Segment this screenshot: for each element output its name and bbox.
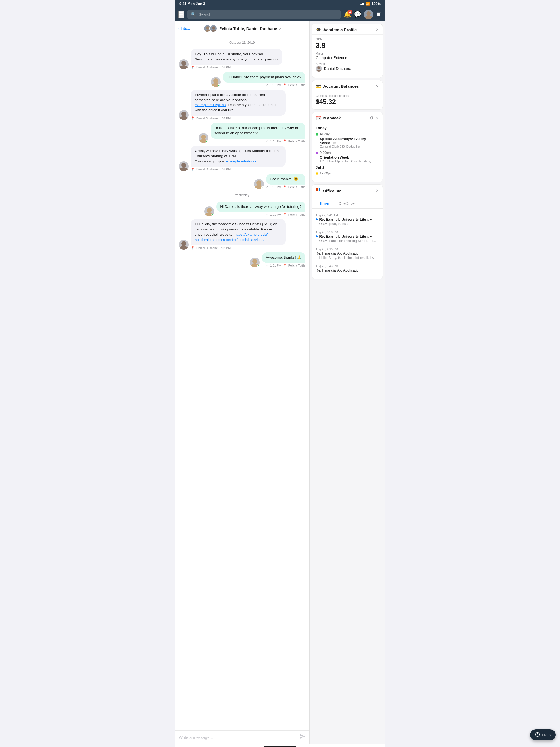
widget-body: Email OneDrive Aug 27, 8:41 AM Re: Examp… bbox=[312, 196, 383, 279]
message-row: Got it, thanks! 🙂 ✓ 1:01 PM 📍 Felicia Tu… bbox=[179, 174, 305, 189]
email-subject: Re: Example University Library bbox=[320, 217, 372, 222]
send-button[interactable] bbox=[299, 733, 305, 741]
week-header-actions: ⚙ × bbox=[370, 115, 379, 121]
message-meta: 📍 Daniel Dushane 1:08 PM bbox=[191, 117, 286, 120]
advisor-field: Advisor Daniel Dushane bbox=[316, 62, 379, 72]
message-row: I'd like to take a tour of campus, is th… bbox=[179, 123, 305, 143]
widget-title: 🎓 Academic Profile bbox=[316, 27, 357, 32]
advisor-row: Daniel Dushane bbox=[316, 66, 379, 72]
tours-link[interactable]: example.edu/tours bbox=[226, 159, 256, 163]
week-event: 9:00am Orientation Week 1015 Philadelphi… bbox=[316, 151, 379, 163]
event-time: 9:00am bbox=[320, 151, 331, 155]
notification-button[interactable]: 🔔 3 bbox=[344, 11, 351, 18]
asc-link[interactable]: https://example.edu/academic-success-cen… bbox=[195, 232, 268, 242]
svg-rect-26 bbox=[316, 189, 318, 191]
message-content: I'd like to take a tour of campus, is th… bbox=[210, 123, 305, 143]
message-time: 1:01 PM bbox=[270, 213, 281, 216]
my-week-close-button[interactable]: × bbox=[376, 115, 379, 121]
svg-point-0 bbox=[366, 11, 371, 15]
online-indicator bbox=[211, 213, 214, 216]
location-icon: 📍 bbox=[283, 213, 287, 216]
tab-onedrive[interactable]: OneDrive bbox=[334, 199, 359, 208]
account-balances-widget: 💳 Account Balances × Campus account bala… bbox=[312, 80, 383, 110]
widget-header: 💳 Account Balances × bbox=[312, 80, 383, 91]
event-location: Edmund Clark 280, Dodge Hall bbox=[316, 145, 379, 148]
plans-link[interactable]: example.edu/plans bbox=[195, 103, 226, 107]
message-content: Hey! This is Daniel Dushane, your adviso… bbox=[191, 49, 282, 69]
back-button[interactable]: ‹ Inbox bbox=[178, 26, 190, 31]
message-row: Payment plans are available for the curr… bbox=[179, 90, 305, 120]
office365-close-button[interactable]: × bbox=[376, 188, 379, 193]
signal-icon bbox=[360, 2, 364, 5]
location-icon: 📍 bbox=[283, 264, 287, 267]
message-time: 1:01 PM bbox=[270, 185, 281, 189]
email-date: Aug 27, 8:41 AM bbox=[316, 213, 379, 217]
messages-area[interactable]: October 21, 2019 Hey! This is Daniel Dus… bbox=[175, 36, 309, 730]
location-icon: 📍 bbox=[191, 66, 195, 69]
message-bubble: Hi Daniel. Are there payment plans avail… bbox=[223, 72, 305, 83]
email-preview: Okay, great, thanks. bbox=[316, 222, 379, 226]
user-avatar-online bbox=[250, 258, 260, 267]
account-balances-close-button[interactable]: × bbox=[376, 84, 379, 89]
sender-name: Daniel Dushane bbox=[196, 168, 218, 171]
svg-point-11 bbox=[180, 116, 187, 120]
message-row: Awesome, thanks! 🙏 ✓ 1:01 PM 📍 Felicia T… bbox=[179, 252, 305, 267]
academic-profile-widget: 🎓 Academic Profile × GPA 3.9 Major Compu… bbox=[312, 24, 383, 78]
svg-point-5 bbox=[211, 30, 217, 32]
location-icon: 📍 bbox=[283, 185, 287, 189]
email-list: Aug 27, 8:41 AM Re: Example University L… bbox=[316, 211, 379, 275]
message-meta: 📍 Daniel Dushane 1:08 PM bbox=[191, 168, 286, 171]
chat-button[interactable]: 💬 bbox=[354, 11, 361, 18]
message-time: 1:01 PM bbox=[270, 83, 281, 87]
message-time: 1:08 PM bbox=[219, 117, 230, 120]
sender-name: Daniel Dushane bbox=[196, 247, 218, 250]
email-item[interactable]: Aug 27, 8:41 AM Re: Example University L… bbox=[316, 211, 379, 228]
message-meta: 📍 Daniel Dushane 1:08 PM bbox=[191, 246, 286, 250]
gpa-label: GPA bbox=[316, 37, 379, 41]
search-input[interactable] bbox=[199, 12, 337, 17]
event-time: All day bbox=[320, 132, 330, 136]
search-bar[interactable]: 🔍 bbox=[187, 9, 341, 19]
message-row: Great, we have daily walking tours Monda… bbox=[179, 146, 305, 171]
event-title: Special Assembly/Advisory Schedule bbox=[316, 137, 379, 145]
chat-avatars bbox=[203, 25, 217, 32]
widget-title: 💳 Account Balances bbox=[316, 84, 359, 89]
message-content: Got it, thanks! 🙂 ✓ 1:01 PM 📍 Felicia Tu… bbox=[266, 174, 305, 189]
advisor-avatar-2 bbox=[179, 110, 189, 120]
widget-title: 📅 My Week bbox=[316, 115, 341, 121]
o365-tabs: Email OneDrive bbox=[312, 199, 383, 209]
status-time: 9:41 Mon Jun 3 bbox=[179, 2, 205, 6]
tab-email[interactable]: Email bbox=[316, 199, 334, 208]
message-input[interactable] bbox=[179, 735, 297, 740]
online-indicator bbox=[218, 84, 221, 87]
chat-participants: Felicia Tuttle, Daniel Dushane › bbox=[203, 25, 281, 32]
sender-name: Felicia Tuttle bbox=[288, 185, 305, 189]
academic-icon: 🎓 bbox=[316, 27, 321, 32]
message-input-area bbox=[175, 730, 309, 744]
advisor-name: Daniel Dushane bbox=[324, 67, 351, 71]
location-icon: 📍 bbox=[191, 117, 195, 120]
status-bar: 9:41 Mon Jun 3 📶 100% bbox=[175, 0, 385, 7]
balance-icon: 💳 bbox=[316, 84, 321, 89]
location-icon: 📍 bbox=[283, 83, 287, 87]
check-icon: ✓ bbox=[266, 83, 269, 87]
email-item[interactable]: Aug 25, 1:43 PM Re: Financial Aid Applic… bbox=[316, 262, 379, 275]
sidebar-toggle-button[interactable]: ▣ bbox=[376, 11, 382, 18]
advisor-avatar-3 bbox=[179, 161, 189, 171]
user-avatar[interactable] bbox=[364, 10, 373, 19]
gpa-value: 3.9 bbox=[316, 41, 379, 50]
email-item[interactable]: Aug 25, 2:15 PM Re: Financial Aid Applic… bbox=[316, 245, 379, 262]
academic-profile-close-button[interactable]: × bbox=[376, 27, 379, 32]
event-dot-yellow bbox=[316, 172, 318, 175]
widget-body: Today All day Special Assembly/Advisory … bbox=[312, 123, 383, 182]
email-item[interactable]: Aug 26, 3:53 PM Re: Example University L… bbox=[316, 228, 379, 245]
week-settings-button[interactable]: ⚙ bbox=[370, 115, 374, 121]
email-subject-row: Re: Financial Aid Application bbox=[316, 251, 379, 255]
location-icon: 📍 bbox=[191, 246, 195, 250]
sender-name: Felicia Tuttle bbox=[288, 140, 305, 143]
hamburger-button[interactable]: ☰ bbox=[178, 11, 184, 18]
message-bubble: Hi Daniel, is there anyway we can go for… bbox=[216, 202, 305, 212]
message-meta: ✓ 1:01 PM 📍 Felicia Tuttle bbox=[223, 83, 305, 87]
today-header: Today bbox=[316, 126, 379, 130]
svg-rect-29 bbox=[319, 188, 321, 189]
